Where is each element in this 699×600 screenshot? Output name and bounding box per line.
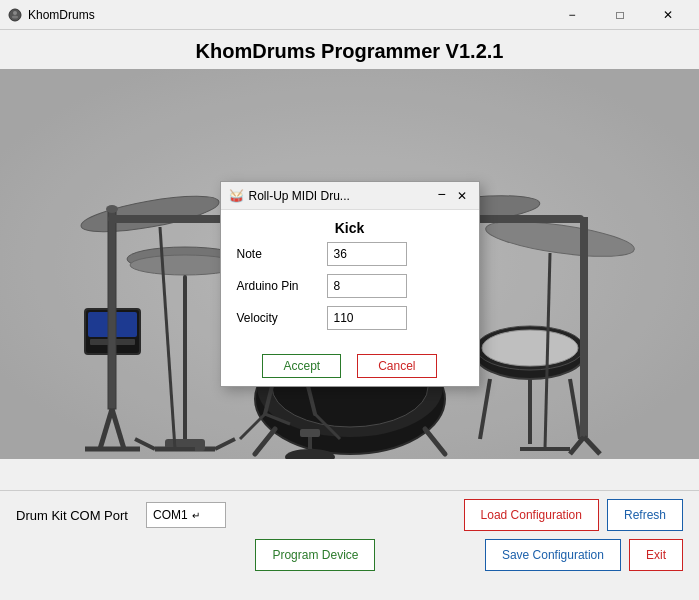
velocity-label: Velocity [237, 311, 327, 325]
com-port-label: Drum Kit COM Port [16, 508, 146, 523]
dialog-minimize-button[interactable]: − [433, 187, 451, 205]
maximize-button[interactable]: □ [597, 4, 643, 26]
dialog-title-left: 🥁 Roll-Up MIDI Dru... [229, 189, 350, 203]
save-config-button[interactable]: Save Configuration [485, 539, 621, 571]
com-port-select[interactable]: COM1 ↵ [146, 502, 226, 528]
arduino-pin-input[interactable] [327, 274, 407, 298]
cancel-button[interactable]: Cancel [357, 354, 436, 378]
minimize-button[interactable]: − [549, 4, 595, 26]
arduino-pin-label: Arduino Pin [237, 279, 327, 293]
dialog-buttons: Accept Cancel [221, 350, 479, 386]
title-bar: KhomDrums − □ ✕ [0, 0, 699, 30]
dialog-controls: − ✕ [433, 187, 471, 205]
dialog-heading: Kick [221, 210, 479, 242]
velocity-input[interactable] [327, 306, 407, 330]
dialog-title-text: Roll-Up MIDI Dru... [249, 189, 350, 203]
drum-area: 🥁 Roll-Up MIDI Dru... − ✕ Kick Note Ardu… [0, 69, 699, 459]
note-field: Note [237, 242, 463, 266]
dialog-close-button[interactable]: ✕ [453, 187, 471, 205]
load-config-button[interactable]: Load Configuration [464, 499, 599, 531]
note-input[interactable] [327, 242, 407, 266]
program-device-button[interactable]: Program Device [255, 539, 375, 571]
dialog-form: Note Arduino Pin Velocity [221, 242, 479, 350]
dialog-title-bar: 🥁 Roll-Up MIDI Dru... − ✕ [221, 182, 479, 210]
velocity-field: Velocity [237, 306, 463, 330]
close-button[interactable]: ✕ [645, 4, 691, 26]
app-icon [8, 8, 22, 22]
arduino-pin-field: Arduino Pin [237, 274, 463, 298]
dialog-icon: 🥁 [229, 189, 244, 203]
accept-button[interactable]: Accept [262, 354, 341, 378]
svg-point-2 [13, 11, 17, 15]
note-label: Note [237, 247, 327, 261]
controls-row-2: Program Device Save Configuration Exit [16, 539, 683, 571]
controls-row-1: Drum Kit COM Port COM1 ↵ Load Configurat… [16, 499, 683, 531]
dialog-overlay: 🥁 Roll-Up MIDI Dru... − ✕ Kick Note Ardu… [0, 69, 699, 459]
kick-dialog: 🥁 Roll-Up MIDI Dru... − ✕ Kick Note Ardu… [220, 181, 480, 387]
title-bar-label: KhomDrums [28, 8, 95, 22]
com-port-value: COM1 [153, 508, 188, 522]
title-bar-controls: − □ ✕ [549, 4, 691, 26]
com-port-arrow: ↵ [192, 510, 200, 521]
refresh-button[interactable]: Refresh [607, 499, 683, 531]
title-bar-left: KhomDrums [8, 8, 95, 22]
svg-point-1 [12, 15, 18, 18]
bottom-controls: Drum Kit COM Port COM1 ↵ Load Configurat… [0, 490, 699, 600]
exit-button[interactable]: Exit [629, 539, 683, 571]
app-title: KhomDrums Programmer V1.2.1 [0, 30, 699, 69]
